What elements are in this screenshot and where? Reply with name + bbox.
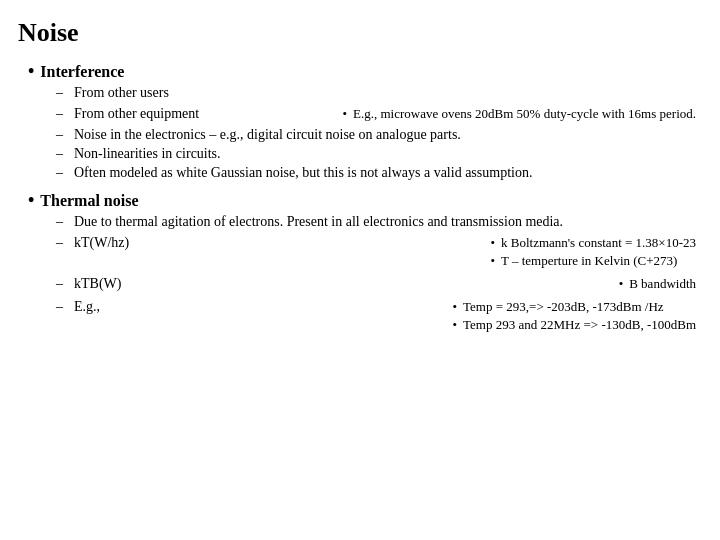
list-item-text: Noise in the electronics – e.g., digital… <box>74 127 696 143</box>
list-item: •Temp 293 and 22MHz => -130dB, -100dBm <box>453 317 697 333</box>
dash-icon: – <box>56 127 68 143</box>
section-label-interference: •Interference <box>28 62 696 81</box>
section-interference: •Interference–From other users–From othe… <box>28 62 696 181</box>
page-title: Noise <box>18 18 696 48</box>
list-item: –Often modeled as white Gaussian noise, … <box>56 165 696 181</box>
sub-sub-list: •k Boltzmann's constant = 1.38×10-23•T –… <box>472 235 696 271</box>
list-item: –From other equipment•E.g., microwave ov… <box>56 104 696 124</box>
list-item: •T – temperture in Kelvin (C+273) <box>490 253 696 269</box>
list-item-text: Often modeled as white Gaussian noise, b… <box>74 165 696 181</box>
list-item-text: Due to thermal agitation of electrons. P… <box>74 214 696 230</box>
section-heading-interference: Interference <box>40 63 124 81</box>
sub-list-thermal-noise: –Due to thermal agitation of electrons. … <box>28 214 696 335</box>
sub-item-text: Temp 293 and 22MHz => -130dB, -100dBm <box>463 317 696 333</box>
bullet-dot-1: • <box>28 191 34 209</box>
list-item-text: E.g., <box>74 299 429 315</box>
sub-sub-list: •B bandwidth <box>601 276 696 294</box>
list-item: –Noise in the electronics – e.g., digita… <box>56 127 696 143</box>
section-label-thermal-noise: •Thermal noise <box>28 191 696 210</box>
sub-bullet-icon: • <box>490 253 495 269</box>
list-item: •Temp = 293,=> -203dB, -173dBm /Hz <box>453 299 697 315</box>
sub-list-interference: –From other users–From other equipment•E… <box>28 85 696 181</box>
section-thermal-noise: •Thermal noise–Due to thermal agitation … <box>28 191 696 335</box>
list-item: –E.g.,•Temp = 293,=> -203dB, -173dBm /Hz… <box>56 297 696 335</box>
list-item-text: kT(W/hz) <box>74 235 466 251</box>
section-heading-thermal-noise: Thermal noise <box>40 192 138 210</box>
sub-sub-list: •E.g., microwave ovens 20dBm 50% duty-cy… <box>324 106 696 124</box>
list-item: •E.g., microwave ovens 20dBm 50% duty-cy… <box>342 106 696 122</box>
dash-icon: – <box>56 235 68 251</box>
sub-bullet-icon: • <box>490 235 495 251</box>
list-item-text: Non-linearities in circuits. <box>74 146 696 162</box>
sub-item-text: B bandwidth <box>629 276 696 292</box>
sub-item-text: E.g., microwave ovens 20dBm 50% duty-cyc… <box>353 106 696 122</box>
list-item: –Due to thermal agitation of electrons. … <box>56 214 696 230</box>
sub-bullet-icon: • <box>342 106 347 122</box>
list-item: •k Boltzmann's constant = 1.38×10-23 <box>490 235 696 251</box>
list-item: –kTB(W)•B bandwidth <box>56 274 696 294</box>
list-item-text: From other users <box>74 85 696 101</box>
dash-icon: – <box>56 106 68 122</box>
bullet-dot-0: • <box>28 62 34 80</box>
dash-icon: – <box>56 276 68 292</box>
sub-item-text: Temp = 293,=> -203dB, -173dBm /Hz <box>463 299 664 315</box>
sub-sub-list: •Temp = 293,=> -203dB, -173dBm /Hz•Temp … <box>435 299 697 335</box>
list-item: –kT(W/hz)•k Boltzmann's constant = 1.38×… <box>56 233 696 271</box>
sub-bullet-icon: • <box>619 276 624 292</box>
dash-icon: – <box>56 146 68 162</box>
sub-item-text: k Boltzmann's constant = 1.38×10-23 <box>501 235 696 251</box>
main-list: •Interference–From other users–From othe… <box>18 62 696 335</box>
dash-icon: – <box>56 85 68 101</box>
list-item: –From other users <box>56 85 696 101</box>
list-item-text: kTB(W) <box>74 276 595 292</box>
dash-icon: – <box>56 165 68 181</box>
list-item: –Non-linearities in circuits. <box>56 146 696 162</box>
sub-item-text: T – temperture in Kelvin (C+273) <box>501 253 677 269</box>
dash-icon: – <box>56 299 68 315</box>
list-item-text: From other equipment <box>74 106 318 122</box>
sub-bullet-icon: • <box>453 317 458 333</box>
dash-icon: – <box>56 214 68 230</box>
list-item: •B bandwidth <box>619 276 696 292</box>
sub-bullet-icon: • <box>453 299 458 315</box>
